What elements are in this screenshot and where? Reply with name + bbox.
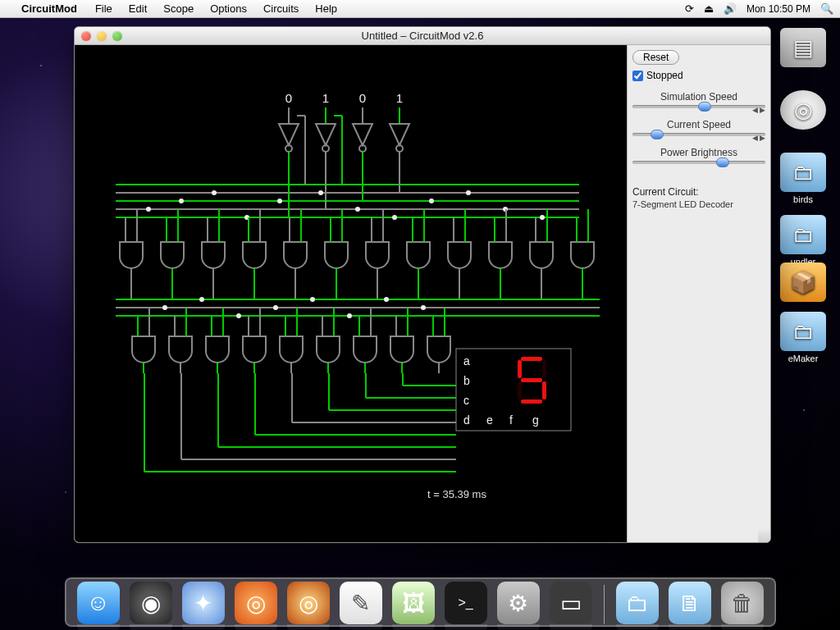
svg-point-78 — [384, 297, 389, 302]
resize-handle[interactable] — [758, 530, 770, 542]
eject-icon[interactable]: ⏏ — [704, 2, 714, 15]
window-title: Untitled – CircuitMod v2.6 — [75, 30, 770, 42]
svg-point-73 — [199, 297, 204, 302]
circuit-canvas[interactable]: 0 1 0 1 — [75, 45, 627, 542]
titlebar[interactable]: Untitled – CircuitMod v2.6 — [75, 27, 770, 45]
svg-point-79 — [421, 305, 426, 310]
svg-rect-132 — [542, 360, 546, 378]
stopped-checkbox-input[interactable] — [632, 71, 643, 81]
svg-text:d: d — [463, 413, 470, 427]
chevron-left-icon[interactable]: ◀ — [752, 134, 758, 142]
svg-point-74 — [236, 313, 241, 318]
svg-rect-133 — [542, 381, 546, 399]
dock: ☺ ◉ ✦ ◎ ◎ ✎ 🖼 >_ ⚙ ▭ 🗀 🗎 🗑 — [0, 578, 840, 627]
svg-rect-123 — [456, 349, 571, 431]
desktop-folder-1[interactable]: 🗀birds — [773, 153, 833, 204]
svg-point-23 — [212, 190, 217, 195]
svg-rect-131 — [521, 357, 542, 361]
svg-point-25 — [277, 199, 282, 203]
dock-firefox[interactable]: ◎ — [235, 582, 277, 624]
menu-help[interactable]: Help — [307, 2, 345, 15]
current-circuit-heading: Current Circuit: — [632, 186, 765, 198]
menu-scope[interactable]: Scope — [155, 2, 202, 15]
chevron-left-icon[interactable]: ◀ — [752, 106, 758, 114]
svg-text:g: g — [532, 413, 539, 427]
cur-speed-stepper[interactable]: ◀▶ — [632, 134, 765, 142]
app-menu[interactable]: CircuitMod — [13, 2, 85, 15]
svg-rect-134 — [521, 399, 542, 404]
stopped-checkbox[interactable]: Stopped — [632, 70, 765, 81]
spotlight-icon[interactable]: 🔍 — [820, 2, 833, 15]
dock-sysprefs[interactable]: ⚙ — [497, 582, 540, 624]
dock-folder-docs[interactable]: 🗎 — [669, 582, 711, 624]
svg-point-21 — [146, 207, 151, 212]
dock-finder[interactable]: ☺ — [77, 582, 120, 624]
svg-point-30 — [466, 190, 471, 195]
volume-icon[interactable]: 🔊 — [724, 2, 737, 15]
power-bright-label: Power Brightness — [632, 147, 765, 158]
time-readout: t = 35.39 ms — [427, 488, 486, 500]
svg-text:b: b — [463, 374, 470, 387]
dock-dashboard[interactable]: ◉ — [130, 582, 172, 624]
cur-speed-label: Current Speed — [632, 119, 765, 130]
desktop-folder-3[interactable]: 📦 — [773, 262, 833, 304]
dock-chip[interactable]: ▭ — [550, 582, 592, 624]
close-button[interactable] — [81, 31, 91, 41]
menu-circuits[interactable]: Circuits — [255, 2, 307, 15]
power-bright-slider[interactable] — [632, 158, 765, 167]
desktop-folder-4[interactable]: 🗀eMaker — [773, 312, 833, 363]
svg-rect-137 — [521, 378, 542, 382]
svg-point-28 — [392, 215, 397, 220]
svg-text:f: f — [509, 413, 513, 427]
svg-point-76 — [310, 297, 315, 302]
svg-rect-135 — [518, 381, 522, 399]
app-window: Untitled – CircuitMod v2.6 0 1 0 1 — [74, 26, 771, 543]
svg-point-22 — [179, 199, 184, 203]
svg-point-27 — [355, 207, 360, 212]
chevron-right-icon[interactable]: ▶ — [760, 134, 765, 142]
menu-file[interactable]: File — [87, 2, 121, 15]
dock-folder-apps[interactable]: 🗀 — [616, 582, 659, 624]
current-circuit-name: 7-Segment LED Decoder — [632, 199, 765, 209]
reset-button[interactable]: Reset — [632, 50, 679, 65]
dock-firefox-alt[interactable]: ◎ — [287, 582, 330, 624]
chevron-right-icon[interactable]: ▶ — [760, 106, 765, 114]
side-panel: Reset Stopped Simulation Speed ◀▶ Curren… — [627, 45, 770, 542]
dock-terminal[interactable]: >_ — [445, 582, 487, 624]
stopped-label: Stopped — [646, 70, 683, 81]
svg-rect-136 — [518, 360, 522, 378]
input-bit-2: 0 — [359, 91, 366, 105]
svg-point-75 — [273, 305, 278, 310]
svg-point-32 — [540, 215, 545, 220]
dock-textedit[interactable]: ✎ — [340, 582, 382, 624]
dock-preview[interactable]: 🖼 — [392, 582, 435, 624]
clock[interactable]: Mon 10:50 PM — [746, 3, 810, 15]
desktop-hd[interactable]: ▤ — [773, 28, 833, 70]
svg-text:a: a — [463, 354, 470, 368]
svg-point-77 — [347, 313, 352, 318]
menu-edit[interactable]: Edit — [121, 2, 155, 15]
dock-trash[interactable]: 🗑 — [721, 582, 764, 624]
timemachine-icon[interactable]: ⟳ — [685, 2, 694, 15]
seven-segment-display: a b c d e f g — [456, 349, 571, 431]
svg-text:e: e — [486, 413, 493, 427]
svg-point-72 — [162, 305, 167, 310]
minimize-button[interactable] — [97, 31, 107, 41]
zoom-button[interactable] — [112, 31, 122, 41]
desktop-folder-2[interactable]: 🗀undler — [773, 215, 833, 267]
input-bit-3: 1 — [396, 91, 403, 105]
sim-speed-stepper[interactable]: ◀▶ — [632, 106, 765, 114]
sim-speed-label: Simulation Speed — [632, 91, 765, 103]
svg-text:c: c — [463, 394, 469, 407]
svg-point-26 — [318, 190, 323, 195]
input-bit-1: 1 — [322, 91, 329, 105]
svg-point-29 — [429, 199, 434, 203]
dock-safari[interactable]: ✦ — [182, 582, 225, 624]
desktop-cd[interactable]: ◎ — [773, 90, 833, 132]
menu-options[interactable]: Options — [202, 2, 255, 15]
dock-separator — [604, 585, 605, 624]
input-bit-0: 0 — [285, 91, 292, 105]
menubar: CircuitMod File Edit Scope Options Circu… — [0, 0, 840, 18]
